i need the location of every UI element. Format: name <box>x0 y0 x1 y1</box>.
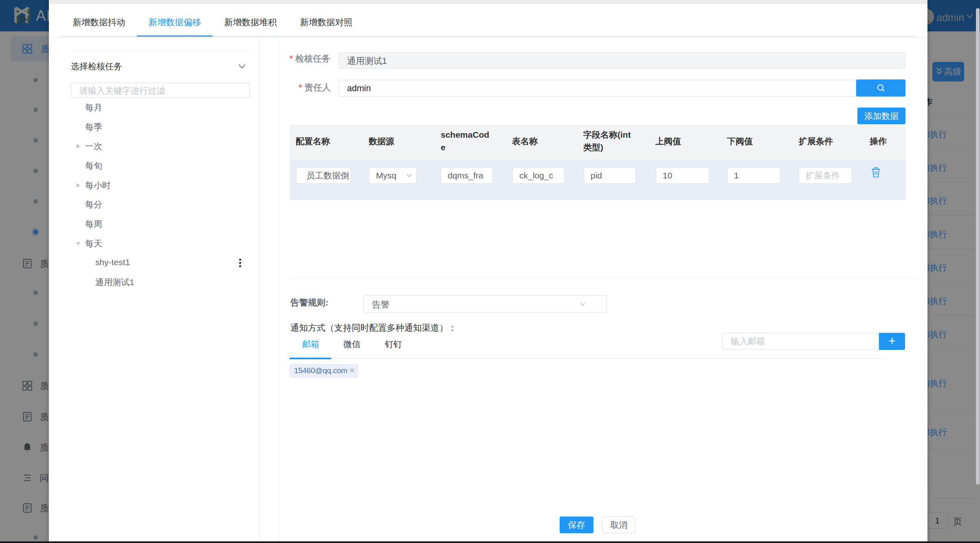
section-divider <box>290 277 917 278</box>
config-col-header: 表名称 <box>512 135 538 147</box>
tree-node-label: 每周 <box>85 218 102 230</box>
scrollbar-thumb[interactable] <box>976 8 980 485</box>
add-email-button[interactable]: + <box>879 333 905 350</box>
dialog-tab-3[interactable]: 新增数据堆积 <box>213 12 288 33</box>
email-input-placeholder: 输入邮箱 <box>731 336 765 347</box>
active-tab-underline <box>137 35 213 37</box>
tree-node-label: 每月 <box>85 102 102 113</box>
table-name-input[interactable]: ck_log_c <box>512 167 565 184</box>
notify-method-label: 通知方式（支持同时配置多种通知渠道）： <box>290 322 457 334</box>
tree-node-label: 每分 <box>85 199 102 210</box>
dialog-tab-4[interactable]: 新增数据对照 <box>288 12 364 33</box>
tree-node-label: 每季 <box>85 121 102 133</box>
config-col-header: 上阀值 <box>655 135 681 147</box>
tree-node-shy-test1[interactable]: shy-test1 <box>61 253 259 273</box>
tree-node-每月[interactable]: 每月 <box>61 98 259 117</box>
tree-node-label: shy-test1 <box>95 257 130 267</box>
cancel-button[interactable]: 取消 <box>602 517 635 533</box>
task-tree-panel: 选择检核任务 请输入关键字进行过滤 每月每季一次每旬每小时每分每周每天shy-t… <box>61 37 260 543</box>
tree-node-label: 通用测试1 <box>95 277 134 288</box>
tree-filter-placeholder: 请输入关键字进行过滤 <box>79 85 165 97</box>
field-name-input[interactable]: pid <box>584 167 636 184</box>
ext-condition-input[interactable]: 扩展条件 <box>799 167 852 184</box>
schema-code-input[interactable]: dqms_fra <box>441 167 493 184</box>
tree-node-label: 每天 <box>85 238 102 249</box>
config-col-header: schemaCode <box>441 128 490 154</box>
owner-input[interactable]: admin <box>338 80 856 97</box>
alert-rule-label: 告警规则: <box>290 297 328 308</box>
email-tag-text: 15460@qq.com <box>294 366 347 375</box>
notify-active-tab-underline <box>290 358 331 359</box>
tree-filter-input[interactable]: 请输入关键字进行过滤 <box>71 83 250 98</box>
tree-node-label: 一次 <box>85 141 102 152</box>
search-icon <box>876 83 886 93</box>
notify-tab-2[interactable]: 微信 <box>331 339 373 350</box>
email-tag-close-icon[interactable]: ✕ <box>349 367 355 374</box>
alert-rule-select[interactable]: 告警 <box>363 295 606 313</box>
config-col-header: 数据源 <box>369 135 394 147</box>
owner-search-button[interactable] <box>856 79 905 97</box>
tree-node-每天[interactable]: 每天 <box>61 234 259 253</box>
collapse-chevron-down-icon[interactable] <box>238 64 246 69</box>
config-col-header: 下阀值 <box>727 135 753 147</box>
dialog: 新增数据抖动新增数据偏移新增数据堆积新增数据对照 选择检核任务 请输入关键字进行… <box>49 0 927 543</box>
tree-node-label: 每旬 <box>85 160 102 171</box>
notify-tab-1[interactable]: 邮箱 <box>290 339 332 350</box>
config-name-input[interactable]: 员工数据倒 <box>296 167 351 184</box>
tree-node-一次[interactable]: 一次 <box>61 136 259 156</box>
lower-threshold-input[interactable]: 1 <box>727 167 780 184</box>
email-input[interactable]: 输入邮箱 <box>722 333 879 350</box>
dialog-tab-1[interactable]: 新增数据抖动 <box>61 12 137 33</box>
owner-input-value: admin <box>347 83 371 93</box>
delete-row-trash-icon[interactable] <box>871 167 881 178</box>
dialog-tab-2[interactable]: 新增数据偏移 <box>137 12 213 33</box>
tree-expand-caret-right-icon[interactable] <box>76 143 81 149</box>
add-data-button[interactable]: 添加数据 <box>857 108 905 124</box>
owner-field-label: * 责任人 <box>299 81 331 93</box>
alert-rule-value: 告警 <box>372 298 389 310</box>
tree-node-每旬[interactable]: 每旬 <box>61 156 259 176</box>
rule-form: * 检核任务 通用测试1 * 责任人 admin 添加数据 配置名称数据源sch… <box>279 37 927 543</box>
required-star: * <box>290 54 295 64</box>
tree-node-每分[interactable]: 每分 <box>61 195 259 214</box>
required-star: * <box>299 83 304 92</box>
task-field-label: * 检核任务 <box>290 53 330 64</box>
bottom-edge-strip <box>0 541 980 543</box>
config-col-header: 扩展条件 <box>799 135 833 147</box>
tree-expand-caret-down-icon[interactable] <box>76 241 81 246</box>
config-col-header: 字段名称(int类型) <box>583 128 639 154</box>
save-button[interactable]: 保存 <box>560 517 593 533</box>
tree-node-label: 每小时 <box>85 180 111 191</box>
select-chevron-down-icon <box>580 302 586 306</box>
notify-tab-3[interactable]: 钉钉 <box>373 339 414 350</box>
config-col-header: 配置名称 <box>296 135 330 147</box>
tree-expand-caret-right-icon[interactable] <box>76 182 81 188</box>
tree-node-通用测试1[interactable]: 通用测试1 <box>61 273 259 292</box>
upper-threshold-input[interactable]: 10 <box>656 167 709 184</box>
collapse-top-border <box>71 51 250 51</box>
tree-node-每季[interactable]: 每季 <box>61 117 259 137</box>
tree-node-每小时[interactable]: 每小时 <box>61 176 259 195</box>
config-table-row: 员工数据倒 Mysq dqms_fra ck_log_c pid 10 1 扩展… <box>290 160 906 200</box>
config-table-header: 配置名称数据源schemaCode表名称字段名称(int类型)上阀值下阀值扩展条… <box>290 125 906 160</box>
datasource-select[interactable]: Mysq <box>369 167 417 184</box>
task-input-value: 通用测试1 <box>347 55 387 66</box>
collapse-title[interactable]: 选择检核任务 <box>71 61 122 72</box>
task-input: 通用测试1 <box>338 52 905 69</box>
dialog-top-strip <box>49 0 927 4</box>
tree-node-每周[interactable]: 每周 <box>61 214 259 234</box>
config-col-header: 操作 <box>870 135 887 147</box>
email-tag: 15460@qq.com ✕ <box>290 364 358 378</box>
tree-node-menu-kebab-icon[interactable] <box>239 259 241 268</box>
select-chevron-down-icon <box>407 174 412 178</box>
notify-tab-bar-border <box>331 358 886 358</box>
